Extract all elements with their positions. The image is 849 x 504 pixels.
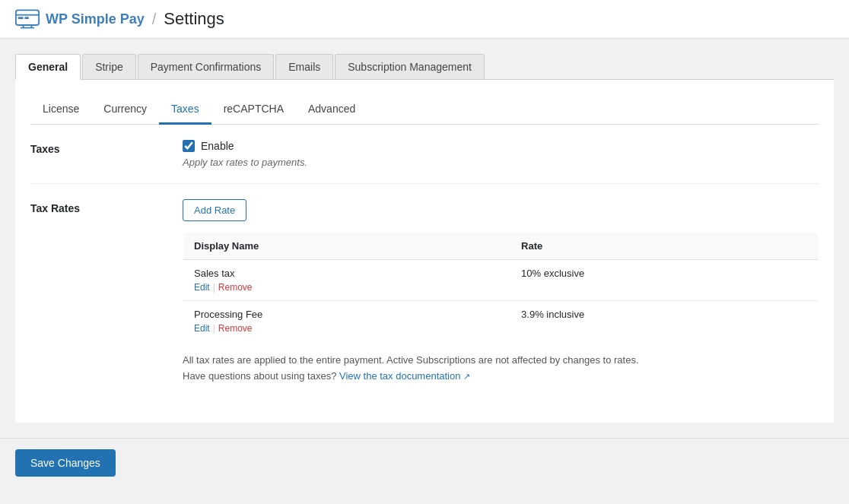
settings-panel: License Currency Taxes reCAPTCHA Advance…	[15, 80, 834, 423]
logo-text: WP Simple Pay	[46, 11, 145, 27]
doc-link[interactable]: View the tax documentation ↗	[339, 370, 470, 382]
taxes-enable-row: Taxes Enable Apply tax rates to payments…	[30, 125, 819, 184]
taxes-label: Taxes	[30, 140, 183, 168]
external-link-icon: ↗	[463, 372, 470, 381]
tab-currency[interactable]: Currency	[91, 95, 159, 125]
doc-link-label: View the tax documentation	[339, 370, 460, 382]
tab-general[interactable]: General	[15, 54, 81, 80]
tab-taxes[interactable]: Taxes	[159, 95, 211, 125]
tax-row-1-name: Sales tax	[194, 268, 500, 279]
logo-area: WP Simple Pay	[15, 9, 145, 29]
svg-rect-3	[24, 17, 28, 19]
tax-row-2-name: Processing Fee	[194, 309, 500, 320]
tax-row-1-name-cell: Sales tax Edit | Remove	[183, 260, 511, 301]
col-display-name: Display Name	[183, 233, 511, 260]
tax-row-2-name-cell: Processing Fee Edit | Remove	[183, 301, 511, 342]
table-row: Processing Fee Edit | Remove 3.9% inclus…	[183, 301, 819, 342]
tax-row-2-rate: 3.9% inclusive	[510, 301, 818, 342]
footer-bar: Save Changes	[0, 438, 849, 487]
tax-rates-label: Tax Rates	[30, 199, 183, 385]
taxes-content: Enable Apply tax rates to payments.	[183, 140, 819, 168]
tax-row-1-remove[interactable]: Remove	[218, 282, 253, 293]
tab-subscription-management[interactable]: Subscription Management	[335, 54, 485, 79]
secondary-tabs: License Currency Taxes reCAPTCHA Advance…	[30, 95, 819, 125]
tax-row-1-edit[interactable]: Edit	[194, 282, 210, 293]
save-changes-button[interactable]: Save Changes	[15, 449, 116, 477]
tab-advanced[interactable]: Advanced	[296, 95, 367, 125]
header-separator: /	[152, 11, 157, 28]
separator-pipe-2: |	[213, 323, 215, 334]
info-text-1: All tax rates are applied to the entire …	[183, 354, 639, 366]
svg-rect-2	[18, 17, 24, 19]
tax-row-1-actions: Edit | Remove	[194, 282, 500, 293]
tax-row-1-rate: 10% exclusive	[510, 260, 818, 301]
tax-row-2-remove[interactable]: Remove	[218, 323, 253, 334]
tax-row-1-rate-value: 10% exclusive	[521, 266, 584, 279]
tax-row-2-edit[interactable]: Edit	[194, 323, 210, 334]
tax-rates-row: Tax Rates Add Rate Display Name Rate	[30, 184, 819, 400]
header: WP Simple Pay / Settings	[0, 0, 849, 39]
add-rate-button[interactable]: Add Rate	[183, 199, 246, 221]
tab-license[interactable]: License	[30, 95, 91, 125]
info-text: All tax rates are applied to the entire …	[183, 353, 819, 385]
separator-pipe-1: |	[213, 282, 215, 293]
col-rate: Rate	[510, 233, 818, 260]
primary-tabs: General Stripe Payment Confirmations Ema…	[15, 54, 834, 80]
tax-rates-content: Add Rate Display Name Rate Sales tax	[183, 199, 819, 385]
tab-emails[interactable]: Emails	[275, 54, 333, 79]
enable-row: Enable	[183, 140, 819, 152]
info-text-2: Have questions about using taxes?	[183, 370, 336, 382]
tax-rates-table: Display Name Rate Sales tax Edit |	[183, 232, 819, 342]
tax-row-2-rate-value: 3.9% inclusive	[521, 307, 584, 320]
main-content: General Stripe Payment Confirmations Ema…	[0, 39, 849, 438]
enable-label: Enable	[201, 140, 234, 152]
page-title: Settings	[164, 9, 224, 29]
tab-recaptcha[interactable]: reCAPTCHA	[211, 95, 296, 125]
tax-row-2-actions: Edit | Remove	[194, 323, 500, 334]
taxes-description: Apply tax rates to payments.	[183, 157, 819, 168]
tab-payment-confirmations[interactable]: Payment Confirmations	[138, 54, 275, 79]
tab-stripe[interactable]: Stripe	[82, 54, 136, 79]
table-row: Sales tax Edit | Remove 10% exclusive	[183, 260, 819, 301]
taxes-enable-checkbox[interactable]	[183, 140, 195, 152]
logo-icon	[15, 9, 40, 29]
